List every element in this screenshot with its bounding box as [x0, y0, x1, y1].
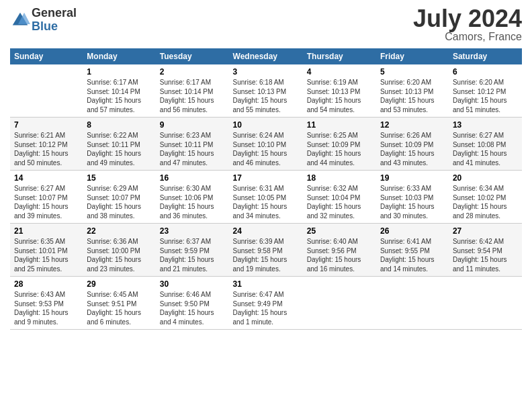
calendar-cell: 13Sunrise: 6:27 AMSunset: 10:08 PMDaylig… [449, 118, 522, 171]
day-number: 11 [307, 120, 372, 130]
calendar-cell: 9Sunrise: 6:23 AMSunset: 10:11 PMDayligh… [156, 118, 229, 171]
day-info: Sunrise: 6:25 AMSunset: 10:09 PMDaylight… [307, 131, 372, 167]
day-info: Sunrise: 6:29 AMSunset: 10:07 PMDaylight… [87, 184, 152, 220]
day-info: Sunrise: 6:30 AMSunset: 10:06 PMDaylight… [160, 184, 225, 220]
logo-text: General Blue [32, 7, 77, 34]
col-saturday: Saturday [449, 48, 522, 64]
day-info: Sunrise: 6:31 AMSunset: 10:05 PMDaylight… [233, 184, 299, 220]
day-number: 29 [87, 279, 152, 289]
day-info: Sunrise: 6:41 AMSunset: 9:55 PMDaylight:… [380, 237, 445, 273]
day-info: Sunrise: 6:17 AMSunset: 10:14 PMDaylight… [87, 78, 152, 114]
day-info: Sunrise: 6:27 AMSunset: 10:07 PMDaylight… [14, 184, 79, 220]
col-thursday: Thursday [303, 48, 376, 64]
calendar-week-4: 21Sunrise: 6:35 AMSunset: 10:01 PMDaylig… [10, 224, 522, 277]
col-friday: Friday [376, 48, 449, 64]
day-info: Sunrise: 6:43 AMSunset: 9:53 PMDaylight:… [14, 290, 79, 326]
calendar-cell: 15Sunrise: 6:29 AMSunset: 10:07 PMDaylig… [83, 171, 156, 224]
day-number: 8 [87, 120, 152, 130]
day-number: 27 [453, 226, 518, 236]
day-info: Sunrise: 6:46 AMSunset: 9:50 PMDaylight:… [160, 290, 225, 326]
day-number: 12 [380, 120, 445, 130]
day-number: 18 [307, 173, 372, 183]
day-number: 20 [453, 173, 518, 183]
day-info: Sunrise: 6:27 AMSunset: 10:08 PMDaylight… [453, 131, 518, 167]
day-number: 25 [307, 226, 372, 236]
calendar-body: 1Sunrise: 6:17 AMSunset: 10:14 PMDayligh… [10, 64, 522, 330]
calendar-cell: 10Sunrise: 6:24 AMSunset: 10:10 PMDaylig… [229, 118, 303, 171]
calendar-cell: 12Sunrise: 6:26 AMSunset: 10:09 PMDaylig… [376, 118, 449, 171]
logo: General Blue [10, 7, 77, 34]
day-number: 28 [14, 279, 79, 289]
calendar-cell: 30Sunrise: 6:46 AMSunset: 9:50 PMDayligh… [156, 277, 229, 330]
day-info: Sunrise: 6:47 AMSunset: 9:49 PMDaylight:… [233, 290, 299, 326]
calendar-cell: 23Sunrise: 6:37 AMSunset: 9:59 PMDayligh… [156, 224, 229, 277]
day-info: Sunrise: 6:24 AMSunset: 10:10 PMDaylight… [233, 131, 299, 167]
calendar-cell [303, 277, 376, 330]
calendar-cell: 16Sunrise: 6:30 AMSunset: 10:06 PMDaylig… [156, 171, 229, 224]
day-number: 7 [14, 120, 79, 130]
day-number: 10 [233, 120, 299, 130]
day-number: 5 [380, 67, 445, 77]
day-info: Sunrise: 6:34 AMSunset: 10:02 PMDaylight… [453, 184, 518, 220]
day-number: 6 [453, 67, 518, 77]
calendar-cell [10, 64, 83, 118]
day-info: Sunrise: 6:40 AMSunset: 9:56 PMDaylight:… [307, 237, 372, 273]
calendar-cell: 8Sunrise: 6:22 AMSunset: 10:11 PMDayligh… [83, 118, 156, 171]
day-number: 19 [380, 173, 445, 183]
day-number: 22 [87, 226, 152, 236]
day-number: 2 [160, 67, 225, 77]
page-container: General Blue July 2024 Camors, France Su… [0, 0, 532, 333]
day-info: Sunrise: 6:20 AMSunset: 10:12 PMDaylight… [453, 78, 518, 114]
calendar-cell: 4Sunrise: 6:19 AMSunset: 10:13 PMDayligh… [303, 64, 376, 118]
day-info: Sunrise: 6:18 AMSunset: 10:13 PMDaylight… [233, 78, 299, 114]
logo-general: General [32, 7, 77, 20]
calendar-cell: 17Sunrise: 6:31 AMSunset: 10:05 PMDaylig… [229, 171, 303, 224]
calendar-cell: 18Sunrise: 6:32 AMSunset: 10:04 PMDaylig… [303, 171, 376, 224]
calendar-cell: 19Sunrise: 6:33 AMSunset: 10:03 PMDaylig… [376, 171, 449, 224]
day-number: 26 [380, 226, 445, 236]
calendar-cell: 21Sunrise: 6:35 AMSunset: 10:01 PMDaylig… [10, 224, 83, 277]
title-block: July 2024 Camors, France [413, 7, 522, 43]
day-info: Sunrise: 6:20 AMSunset: 10:13 PMDaylight… [380, 78, 445, 114]
day-info: Sunrise: 6:17 AMSunset: 10:14 PMDaylight… [160, 78, 225, 114]
col-sunday: Sunday [10, 48, 83, 64]
calendar-cell: 3Sunrise: 6:18 AMSunset: 10:13 PMDayligh… [229, 64, 303, 118]
calendar-cell: 22Sunrise: 6:36 AMSunset: 10:00 PMDaylig… [83, 224, 156, 277]
calendar-cell: 28Sunrise: 6:43 AMSunset: 9:53 PMDayligh… [10, 277, 83, 330]
day-number: 1 [87, 67, 152, 77]
calendar-cell: 26Sunrise: 6:41 AMSunset: 9:55 PMDayligh… [376, 224, 449, 277]
day-number: 16 [160, 173, 225, 183]
day-number: 31 [233, 279, 299, 289]
day-number: 14 [14, 173, 79, 183]
calendar-cell: 27Sunrise: 6:42 AMSunset: 9:54 PMDayligh… [449, 224, 522, 277]
calendar-week-1: 1Sunrise: 6:17 AMSunset: 10:14 PMDayligh… [10, 64, 522, 118]
calendar-week-5: 28Sunrise: 6:43 AMSunset: 9:53 PMDayligh… [10, 277, 522, 330]
calendar-cell: 11Sunrise: 6:25 AMSunset: 10:09 PMDaylig… [303, 118, 376, 171]
day-number: 21 [14, 226, 79, 236]
calendar-cell: 31Sunrise: 6:47 AMSunset: 9:49 PMDayligh… [229, 277, 303, 330]
day-info: Sunrise: 6:45 AMSunset: 9:51 PMDaylight:… [87, 290, 152, 326]
day-info: Sunrise: 6:36 AMSunset: 10:00 PMDaylight… [87, 237, 152, 273]
day-info: Sunrise: 6:21 AMSunset: 10:12 PMDaylight… [14, 131, 79, 167]
month-title: July 2024 [413, 7, 522, 31]
day-info: Sunrise: 6:23 AMSunset: 10:11 PMDaylight… [160, 131, 225, 167]
calendar-cell [449, 277, 522, 330]
header-row: Sunday Monday Tuesday Wednesday Thursday… [10, 48, 522, 64]
col-wednesday: Wednesday [229, 48, 303, 64]
col-monday: Monday [83, 48, 156, 64]
calendar-header: Sunday Monday Tuesday Wednesday Thursday… [10, 48, 522, 64]
day-number: 4 [307, 67, 372, 77]
day-info: Sunrise: 6:42 AMSunset: 9:54 PMDaylight:… [453, 237, 518, 273]
day-number: 15 [87, 173, 152, 183]
logo-icon [10, 10, 30, 30]
calendar-cell: 6Sunrise: 6:20 AMSunset: 10:12 PMDayligh… [449, 64, 522, 118]
location: Camors, France [413, 31, 522, 43]
day-info: Sunrise: 6:37 AMSunset: 9:59 PMDaylight:… [160, 237, 225, 273]
day-info: Sunrise: 6:26 AMSunset: 10:09 PMDaylight… [380, 131, 445, 167]
day-info: Sunrise: 6:19 AMSunset: 10:13 PMDaylight… [307, 78, 372, 114]
calendar-cell: 24Sunrise: 6:39 AMSunset: 9:58 PMDayligh… [229, 224, 303, 277]
calendar-week-3: 14Sunrise: 6:27 AMSunset: 10:07 PMDaylig… [10, 171, 522, 224]
logo-blue: Blue [32, 20, 77, 34]
calendar-cell: 7Sunrise: 6:21 AMSunset: 10:12 PMDayligh… [10, 118, 83, 171]
page-header: General Blue July 2024 Camors, France [10, 7, 522, 43]
